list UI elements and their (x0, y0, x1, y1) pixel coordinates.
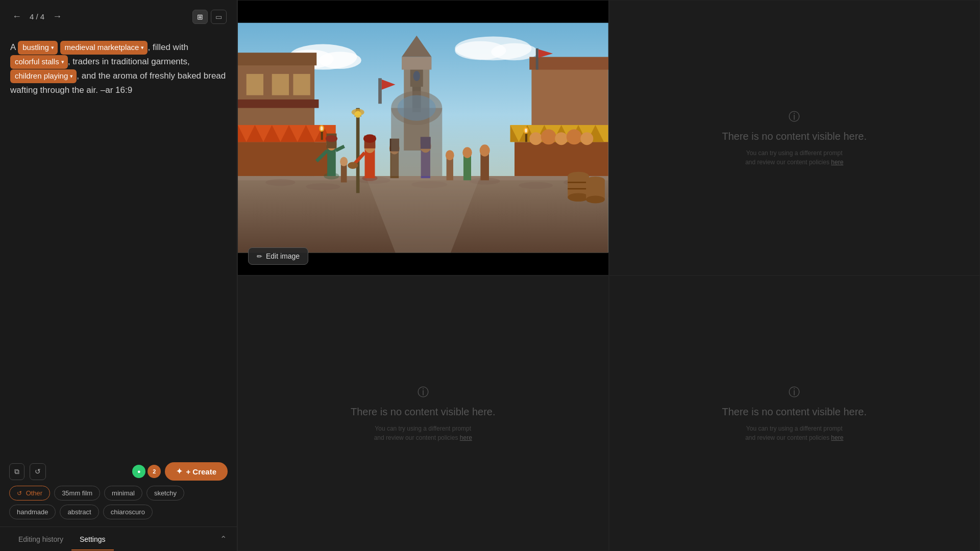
prompt-text1: , filled with (148, 42, 188, 52)
info-icon-3: ⓘ (418, 385, 429, 400)
medieval-image (238, 1, 608, 275)
refresh-button[interactable]: ↺ (30, 463, 46, 480)
content-policy-link-4[interactable]: here (831, 434, 843, 441)
no-content-title-3: There is no content visible here. (351, 406, 496, 418)
edit-pencil-icon: ✏ (257, 253, 262, 260)
svg-point-97 (398, 95, 436, 121)
no-content-title-2: There is no content visible here. (722, 131, 867, 142)
svg-rect-17 (272, 74, 289, 95)
svg-point-105 (480, 144, 490, 156)
edit-image-label: Edit image (266, 252, 300, 260)
style-tag-chiaroscuro[interactable]: chiaroscuro (103, 505, 153, 519)
svg-rect-15 (238, 53, 316, 65)
avatar-badges: ● 2 (132, 465, 161, 478)
tab-bar-inner: Editing history Settings ⌃ (10, 527, 227, 551)
style-tag-abstract-label: abstract (67, 508, 91, 516)
svg-point-48 (306, 183, 340, 190)
image-cell-4: ⓘ There is no content visible here. You … (609, 276, 981, 551)
left-panel: ← 4 / 4 → ⊞ ▭ A bustling ▾ medieval mark… (0, 0, 237, 551)
svg-rect-9 (402, 57, 431, 70)
nav-bar: ← 4 / 4 → ⊞ ▭ (0, 0, 237, 33)
svg-rect-16 (247, 74, 263, 95)
prompt-prefix: A (10, 42, 18, 52)
prompt-text: A bustling ▾ medieval marketplace ▾, fil… (10, 40, 227, 97)
grid-view-button[interactable]: ⊞ (192, 10, 208, 24)
tag-children-playing[interactable]: children playing ▾ (10, 69, 77, 83)
style-tags: ↺ Other 35mm film minimal sketchy handma… (9, 486, 228, 519)
style-tag-minimal[interactable]: minimal (104, 486, 142, 500)
nav-counter: 4 / 4 (30, 12, 44, 21)
tab-settings-label: Settings (80, 535, 106, 543)
copy-button[interactable]: ⧉ (9, 463, 24, 480)
info-icon-4: ⓘ (789, 385, 800, 400)
empty-cell-3-content: ⓘ There is no content visible here. You … (335, 369, 511, 458)
content-policy-link-3[interactable]: here (460, 434, 472, 441)
svg-point-44 (580, 132, 593, 145)
style-tag-other[interactable]: ↺ Other (9, 486, 50, 500)
svg-point-94 (525, 129, 527, 133)
svg-point-66 (354, 111, 361, 117)
single-view-button[interactable]: ▭ (211, 10, 227, 24)
style-refresh-icon: ↺ (17, 490, 22, 497)
svg-point-52 (519, 182, 553, 189)
svg-point-103 (462, 147, 472, 158)
avatar-orange: 2 (148, 465, 161, 478)
svg-point-43 (567, 129, 582, 144)
bottom-actions: ⧉ ↺ ● 2 ✦ + Create ↺ Other 35mm fi (0, 457, 237, 527)
svg-rect-32 (514, 142, 608, 176)
svg-point-47 (265, 179, 295, 186)
image-cell-3: ⓘ There is no content visible here. You … (237, 276, 609, 551)
svg-point-57 (568, 193, 589, 202)
svg-point-91 (321, 126, 323, 130)
prev-button[interactable]: ← (10, 9, 23, 24)
svg-point-80 (348, 162, 358, 169)
svg-point-62 (586, 195, 605, 203)
tag-medieval-marketplace[interactable]: medieval marketplace ▾ (60, 41, 148, 55)
image-cell-1[interactable]: ✏ Edit image (237, 0, 609, 276)
style-tag-35mm[interactable]: 35mm film (54, 486, 100, 500)
svg-rect-68 (327, 146, 336, 176)
svg-rect-102 (463, 155, 471, 180)
svg-point-85 (340, 157, 348, 166)
svg-point-41 (541, 129, 556, 144)
style-tag-minimal-label: minimal (112, 489, 135, 497)
no-content-title-4: There is no content visible here. (722, 406, 867, 418)
style-tag-handmade[interactable]: handmade (9, 505, 56, 519)
create-button[interactable]: ✦ + Create (165, 462, 228, 481)
tag-colorful-stalls[interactable]: colorful stalls ▾ (10, 55, 68, 69)
info-icon-2: ⓘ (789, 109, 800, 124)
content-policy-link-2[interactable]: here (831, 159, 843, 166)
style-tag-handmade-label: handmade (17, 508, 48, 516)
style-tag-chiaroscuro-label: chiaroscuro (111, 508, 145, 516)
style-tag-abstract[interactable]: abstract (60, 505, 99, 519)
svg-rect-98 (378, 78, 382, 104)
tag-bustling[interactable]: bustling ▾ (18, 41, 58, 55)
svg-point-78 (363, 134, 376, 143)
image-cell-2: ⓘ There is no content visible here. You … (609, 0, 981, 276)
avatar-green: ● (132, 465, 145, 478)
nav-arrows: ← 4 / 4 → (10, 9, 64, 24)
action-row: ⧉ ↺ ● 2 ✦ + Create (9, 462, 228, 481)
svg-rect-19 (238, 99, 318, 108)
view-toggles: ⊞ ▭ (192, 10, 227, 24)
style-tag-other-label: Other (26, 489, 43, 497)
style-tag-35mm-label: 35mm film (62, 489, 92, 497)
svg-rect-22 (536, 48, 538, 70)
svg-rect-100 (447, 157, 453, 181)
empty-cell-4-content: ⓘ There is no content visible here. You … (707, 369, 883, 458)
svg-point-71 (326, 135, 337, 142)
svg-rect-21 (529, 57, 608, 70)
style-tag-sketchy[interactable]: sketchy (146, 486, 184, 500)
empty-cell-2-content: ⓘ There is no content visible here. You … (707, 94, 883, 182)
tab-settings[interactable]: Settings (71, 528, 114, 550)
create-label: + Create (186, 467, 216, 476)
svg-rect-18 (293, 74, 310, 95)
prompt-text2: , traders in traditional garments, (68, 57, 190, 66)
tab-expand-icon[interactable]: ⌃ (220, 527, 227, 551)
no-content-sub-3: You can try using a different promptand … (374, 424, 472, 442)
tab-bar: Editing history Settings ⌃ (0, 527, 237, 551)
edit-image-button[interactable]: ✏ Edit image (248, 247, 308, 265)
tab-editing-history[interactable]: Editing history (10, 528, 71, 550)
next-button[interactable]: → (51, 9, 64, 24)
svg-point-40 (529, 132, 542, 145)
